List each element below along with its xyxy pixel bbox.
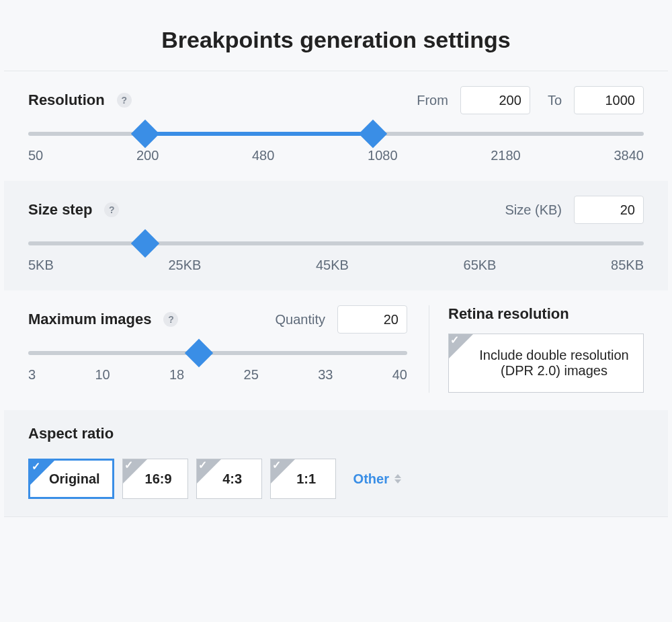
aspect-option-1-1[interactable]: 1:1 <box>270 459 336 499</box>
max-images-input[interactable] <box>337 305 407 334</box>
tick-label: 50 <box>28 148 43 163</box>
max-images-section: Maximum images ? Quantity 3 10 18 25 33 … <box>4 290 668 410</box>
retina-option-label: Include double resolution (DPR 2.0) imag… <box>479 348 628 378</box>
tick-label: 3840 <box>614 148 644 163</box>
quantity-label: Quantity <box>276 312 325 327</box>
size-step-section: Size step ? Size (KB) 5KB 25KB 45KB 65KB… <box>4 181 668 290</box>
tick-label: 10 <box>95 367 110 383</box>
check-icon <box>197 459 221 483</box>
retina-label: Retina resolution <box>448 305 569 322</box>
from-label: From <box>417 93 448 108</box>
resolution-slider[interactable] <box>28 132 644 136</box>
sort-icon <box>394 474 401 483</box>
resolution-from-input[interactable] <box>460 86 530 114</box>
max-images-slider-handle[interactable] <box>185 339 213 367</box>
size-step-slider-handle[interactable] <box>131 229 159 258</box>
aspect-ratio-section: Aspect ratio Original 16:9 4:3 1:1 Other <box>4 410 668 516</box>
aspect-option-4-3[interactable]: 4:3 <box>196 459 262 499</box>
tick-label: 2180 <box>491 148 521 163</box>
resolution-slider-handle-to[interactable] <box>359 120 387 148</box>
check-icon <box>30 461 54 485</box>
help-icon[interactable]: ? <box>163 312 178 327</box>
tick-label: 33 <box>318 367 333 383</box>
tick-label: 65KB <box>464 258 497 273</box>
help-icon[interactable]: ? <box>117 93 132 108</box>
aspect-option-other[interactable]: Other <box>344 459 411 499</box>
aspect-ratio-label: Aspect ratio <box>28 425 114 442</box>
tick-label: 480 <box>252 148 274 163</box>
tick-label: 5KB <box>28 258 54 273</box>
tick-label: 3 <box>28 367 36 383</box>
resolution-label: Resolution <box>28 91 105 109</box>
check-icon <box>449 334 473 358</box>
resolution-slider-fill <box>145 132 373 136</box>
tick-label: 200 <box>136 148 159 163</box>
resolution-to-input[interactable] <box>574 86 644 114</box>
page-title: Breakpoints generation settings <box>4 4 668 71</box>
tick-label: 25 <box>244 367 259 383</box>
max-images-slider[interactable] <box>28 351 407 355</box>
check-icon <box>123 459 147 483</box>
size-step-input[interactable] <box>574 196 644 224</box>
size-step-ticks: 5KB 25KB 45KB 65KB 85KB <box>28 258 644 273</box>
size-kb-label: Size (KB) <box>505 202 562 218</box>
resolution-ticks: 50 200 480 1080 2180 3840 <box>28 148 644 163</box>
tick-label: 1080 <box>368 148 398 163</box>
size-step-label: Size step <box>28 201 92 219</box>
tick-label: 45KB <box>316 258 349 273</box>
tick-label: 18 <box>169 367 184 383</box>
size-step-slider[interactable] <box>28 241 644 245</box>
max-images-label: Maximum images <box>28 311 151 328</box>
divider <box>4 516 668 517</box>
to-label: To <box>548 93 562 108</box>
max-images-ticks: 3 10 18 25 33 40 <box>28 367 407 383</box>
tick-label: 85KB <box>611 258 644 273</box>
aspect-other-label: Other <box>353 471 389 487</box>
help-icon[interactable]: ? <box>104 202 119 217</box>
aspect-option-16-9[interactable]: 16:9 <box>122 459 188 499</box>
retina-checkbox[interactable]: Include double resolution (DPR 2.0) imag… <box>448 334 644 393</box>
resolution-section: Resolution ? From To 50 200 480 1080 218… <box>4 71 668 181</box>
tick-label: 25KB <box>168 258 201 273</box>
check-icon <box>271 459 295 483</box>
aspect-option-original[interactable]: Original <box>28 459 114 499</box>
resolution-slider-handle-from[interactable] <box>131 120 159 148</box>
tick-label: 40 <box>392 367 407 383</box>
